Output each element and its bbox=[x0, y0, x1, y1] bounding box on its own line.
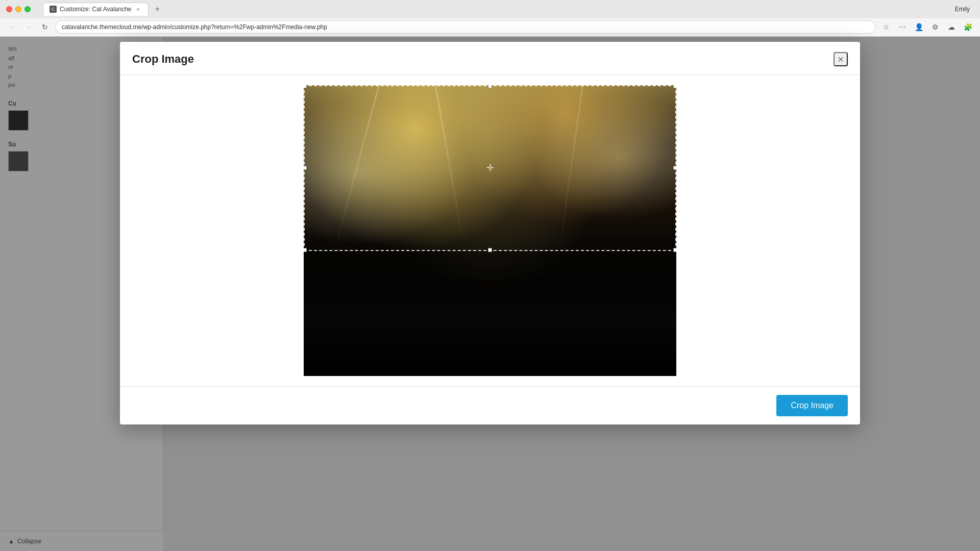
sync-btn[interactable]: ☁ bbox=[945, 21, 958, 33]
tab-favicon: C bbox=[50, 6, 57, 13]
modal-header: Crop Image × bbox=[120, 42, 860, 75]
puzzle-btn[interactable]: 🧩 bbox=[962, 21, 974, 33]
tab-close-btn[interactable]: × bbox=[135, 6, 142, 13]
star-btn[interactable]: ☆ bbox=[880, 21, 892, 33]
modal-overlay: Crop Image × bbox=[0, 37, 980, 551]
crop-image-btn[interactable]: Crop Image bbox=[776, 395, 848, 416]
new-tab-btn[interactable]: + bbox=[151, 3, 165, 16]
browser-user: Emily bbox=[955, 6, 974, 13]
crop-move-cursor[interactable]: ✛ bbox=[486, 162, 494, 173]
browser-tab[interactable]: C Customize: Cat Avalanche × bbox=[43, 3, 149, 16]
tab-label: Customize: Cat Avalanche bbox=[60, 6, 132, 13]
traffic-lights bbox=[6, 6, 31, 12]
account-btn[interactable]: 👤 bbox=[913, 21, 925, 33]
crop-handle-bottom-right[interactable] bbox=[673, 248, 676, 252]
browser-actions: ☆ ⋯ 👤 ⚙ ☁ 🧩 bbox=[880, 21, 974, 33]
forward-btn[interactable]: → bbox=[22, 21, 35, 33]
crop-handle-top-right[interactable] bbox=[673, 85, 676, 88]
crop-handle-middle-left[interactable] bbox=[304, 166, 307, 170]
browser-toolbar: ← → ↻ catavalanche.themecloud.me/wp-admi… bbox=[0, 18, 980, 37]
tab-bar: C Customize: Cat Avalanche × + bbox=[43, 3, 951, 16]
modal-footer: Crop Image bbox=[120, 386, 860, 424]
extension-menu-btn[interactable]: ⋯ bbox=[896, 21, 909, 33]
browser-titlebar: C Customize: Cat Avalanche × + Emily bbox=[0, 0, 980, 18]
crop-handle-bottom-center[interactable] bbox=[488, 248, 492, 252]
browser-chrome: C Customize: Cat Avalanche × + Emily ← →… bbox=[0, 0, 980, 37]
crop-handle-bottom-left[interactable] bbox=[304, 248, 307, 252]
crop-handle-top-left[interactable] bbox=[304, 85, 307, 88]
address-bar[interactable]: catavalanche.themecloud.me/wp-admin/cust… bbox=[55, 20, 876, 34]
crop-selection[interactable]: ✛ bbox=[304, 85, 676, 251]
crop-handle-middle-right[interactable] bbox=[673, 166, 676, 170]
back-btn[interactable]: ← bbox=[6, 21, 18, 33]
modal-body: ✛ bbox=[120, 75, 860, 386]
url-text: catavalanche.themecloud.me/wp-admin/cust… bbox=[62, 23, 327, 31]
crop-handle-top-center[interactable] bbox=[488, 85, 492, 88]
modal-close-btn[interactable]: × bbox=[834, 52, 848, 66]
crop-image-modal: Crop Image × bbox=[120, 42, 860, 424]
traffic-light-minimize[interactable] bbox=[15, 6, 21, 12]
crop-container[interactable]: ✛ bbox=[304, 85, 676, 376]
modal-title: Crop Image bbox=[132, 53, 194, 66]
traffic-light-maximize[interactable] bbox=[24, 6, 31, 12]
traffic-light-close[interactable] bbox=[6, 6, 12, 12]
reload-btn[interactable]: ↻ bbox=[39, 21, 51, 33]
settings-btn[interactable]: ⚙ bbox=[929, 21, 941, 33]
